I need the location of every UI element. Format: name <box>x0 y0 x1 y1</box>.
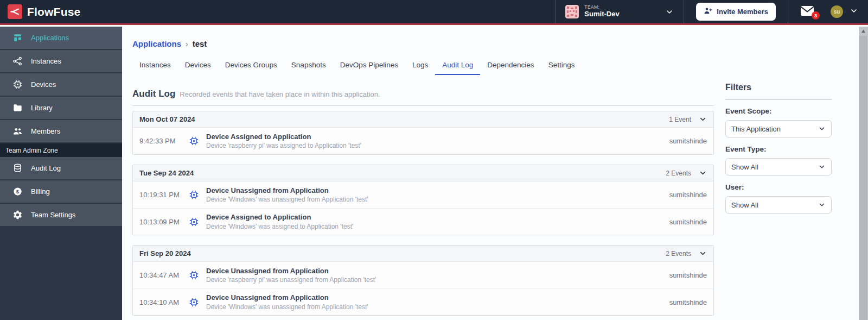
device-chip-icon <box>188 216 199 227</box>
user-avatar[interactable]: su <box>831 5 843 18</box>
sidebar-item-label: Applications <box>31 34 69 42</box>
audit-log-group: Tue Sep 24 2024 2 Events 10:19:31 PM Dev… <box>132 165 714 235</box>
filter-selected-value: Show All <box>731 163 758 171</box>
sidebar-item-instances[interactable]: Instances <box>0 50 122 73</box>
sidebar-item-label: Library <box>31 104 53 112</box>
tab-devops-pipelines[interactable]: DevOps Pipelines <box>333 58 405 75</box>
event-title: Device Unassigned from Application <box>206 186 368 196</box>
sidebar-item-members[interactable]: Members <box>0 120 122 143</box>
sidebar-item-label: Billing <box>31 187 50 196</box>
filters-title: Filters <box>725 83 832 92</box>
audit-group-event-count: 2 Events <box>666 250 691 258</box>
top-navbar: FlowFuse TEAM: Sumit-Dev <box>0 0 868 25</box>
sidebar-item-team-settings[interactable]: Team Settings <box>0 204 122 227</box>
vertical-scrollbar[interactable] <box>859 27 868 320</box>
tab-dependencies[interactable]: Dependencies <box>480 58 541 75</box>
device-chip-icon <box>188 136 199 147</box>
event-description: Device 'raspberry pi' was assigned to Ap… <box>206 141 361 150</box>
library-icon <box>12 103 23 113</box>
scrollbar-thumb[interactable] <box>859 36 867 320</box>
tab-instances[interactable]: Instances <box>132 58 178 75</box>
filter-label: Event Type: <box>725 145 832 153</box>
sidebar: Applications Instances Devices Library M… <box>0 27 122 320</box>
invite-members-button[interactable]: Invite Members <box>696 3 776 21</box>
sidebar-item-label: Members <box>31 127 60 135</box>
chevron-down-icon[interactable] <box>699 169 707 177</box>
audit-event-row[interactable]: 10:34:10 AM Device Unassigned from Appli… <box>133 288 713 315</box>
scrollbar-up-arrow[interactable] <box>859 27 868 36</box>
sidebar-item-audit-log[interactable]: Audit Log <box>0 157 122 180</box>
sidebar-item-library[interactable]: Library <box>0 97 122 120</box>
filter-select-event-scope[interactable]: This Application <box>725 120 832 137</box>
event-user: sumitshinde <box>669 298 707 306</box>
filter-label: User: <box>725 183 832 191</box>
event-description: Device 'Windows' was unassigned from App… <box>206 195 368 204</box>
audit-group-event-count: 2 Events <box>666 170 691 177</box>
breadcrumb: Applications › test <box>122 27 859 48</box>
event-time: 9:42:33 PM <box>139 137 184 145</box>
team-selector[interactable]: TEAM: Sumit-Dev <box>556 0 684 23</box>
audit-log-list: Mon Oct 07 2024 1 Event 9:42:33 PM Devic… <box>122 106 714 316</box>
audit-event-row[interactable]: 9:42:33 PM Device Assigned to Applicatio… <box>133 128 713 154</box>
filter-field: User: Show All <box>725 183 832 214</box>
breadcrumb-applications-link[interactable]: Applications <box>132 39 181 48</box>
applications-icon <box>12 33 23 43</box>
billing-icon: $ <box>12 186 23 197</box>
chevron-down-icon <box>818 163 826 171</box>
filter-select-user[interactable]: Show All <box>725 196 832 214</box>
notifications-button[interactable]: 3 <box>788 0 826 23</box>
instances-icon <box>12 56 23 66</box>
flowfuse-logo-icon <box>8 4 22 19</box>
sidebar-item-applications[interactable]: Applications <box>0 27 122 50</box>
filter-field: Event Type: Show All <box>725 145 832 175</box>
event-user: sumitshinde <box>669 137 707 145</box>
svg-text:$: $ <box>16 189 20 194</box>
audit-group-header[interactable]: Tue Sep 24 2024 2 Events <box>133 165 713 181</box>
audit-group-header[interactable]: Mon Oct 07 2024 1 Event <box>133 111 713 128</box>
filter-label: Event Scope: <box>725 107 832 115</box>
sidebar-item-label: Audit Log <box>31 164 61 172</box>
tab-logs[interactable]: Logs <box>405 58 435 75</box>
device-chip-icon <box>188 190 199 200</box>
devices-icon <box>12 79 23 90</box>
flowfuse-brand[interactable]: FlowFuse <box>0 4 80 19</box>
tab-audit-log[interactable]: Audit Log <box>435 58 480 75</box>
audit-event-row[interactable]: 10:34:47 AM Device Unassigned from Appli… <box>133 262 713 288</box>
tab-settings[interactable]: Settings <box>541 58 582 75</box>
page-title: Audit Log <box>132 89 175 99</box>
sidebar-item-billing[interactable]: $ Billing <box>0 180 122 204</box>
audit-log-icon <box>12 163 23 173</box>
filters-panel: Filters Event Scope: This Application Ev… <box>725 83 832 214</box>
device-chip-icon <box>188 297 199 308</box>
filter-field: Event Scope: This Application <box>725 107 832 137</box>
sidebar-item-devices[interactable]: Devices <box>0 73 122 97</box>
chevron-down-icon <box>818 125 826 133</box>
event-description: Device 'Windows' was assigned to Applica… <box>206 222 353 231</box>
filter-select-event-type[interactable]: Show All <box>725 158 832 175</box>
audit-group-date: Mon Oct 07 2024 <box>139 115 195 123</box>
team-avatar-icon <box>565 5 579 18</box>
audit-event-row[interactable]: 10:13:09 PM Device Assigned to Applicati… <box>133 208 713 235</box>
device-chip-icon <box>188 270 199 281</box>
notification-badge: 3 <box>812 11 820 20</box>
event-time: 10:34:47 AM <box>139 271 184 279</box>
tab-devices-groups[interactable]: Devices Groups <box>218 58 284 75</box>
brand-name: FlowFuse <box>27 5 80 18</box>
chevron-down-icon[interactable] <box>635 8 674 16</box>
audit-event-row[interactable]: 10:19:31 PM Device Unassigned from Appli… <box>133 181 713 208</box>
event-time: 10:19:31 PM <box>139 191 184 199</box>
tab-snapshots[interactable]: Snapshots <box>284 58 333 75</box>
event-user: sumitshinde <box>669 191 707 199</box>
chevron-down-icon[interactable] <box>850 7 858 17</box>
audit-log-group: Fri Sep 20 2024 2 Events 10:34:47 AM Dev… <box>132 245 714 316</box>
user-plus-icon <box>704 7 712 17</box>
tab-devices[interactable]: Devices <box>178 58 218 75</box>
user-menu[interactable]: su <box>826 0 868 23</box>
breadcrumb-current: test <box>193 39 207 48</box>
chevron-down-icon[interactable] <box>699 249 707 258</box>
chevron-down-icon[interactable] <box>699 115 707 123</box>
sidebar-item-label: Devices <box>31 80 56 89</box>
audit-group-header[interactable]: Fri Sep 20 2024 2 Events <box>133 246 713 262</box>
application-tabs: InstancesDevicesDevices GroupsSnapshotsD… <box>122 48 859 75</box>
team-admin-zone-label: Team Admin Zone <box>0 143 122 157</box>
